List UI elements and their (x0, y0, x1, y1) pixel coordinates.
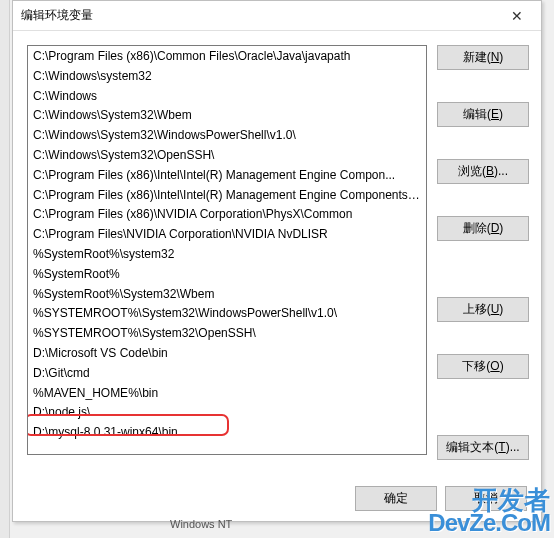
list-item[interactable]: C:\Program Files (x86)\Common Files\Orac… (28, 47, 426, 67)
movedown-button[interactable]: 下移(O) (437, 354, 529, 379)
list-item[interactable]: %SystemRoot%\System32\Wbem (28, 285, 426, 305)
list-item[interactable]: C:\Windows\system32 (28, 67, 426, 87)
browse-button[interactable]: 浏览(B)... (437, 159, 529, 184)
close-icon: ✕ (511, 8, 523, 24)
path-listbox[interactable]: C:\Program Files (x86)\Common Files\Orac… (27, 45, 427, 455)
list-item[interactable]: C:\Program Files (x86)\Intel\Intel(R) Ma… (28, 186, 426, 206)
left-background-strip (0, 0, 10, 538)
list-item[interactable]: C:\Windows\System32\WindowsPowerShell\v1… (28, 126, 426, 146)
cancel-button[interactable]: 取消 (445, 486, 527, 511)
new-button[interactable]: 新建(N) (437, 45, 529, 70)
list-item[interactable]: C:\Windows\System32\Wbem (28, 106, 426, 126)
list-item[interactable]: D:\Microsoft VS Code\bin (28, 344, 426, 364)
list-item[interactable]: %SystemRoot% (28, 265, 426, 285)
list-item[interactable]: D:\mysql-8.0.31-winx64\bin (28, 423, 426, 443)
list-item[interactable]: C:\Windows\System32\OpenSSH\ (28, 146, 426, 166)
ok-button[interactable]: 确定 (355, 486, 437, 511)
list-item[interactable]: D:\node.js\ (28, 403, 426, 423)
delete-button[interactable]: 删除(D) (437, 216, 529, 241)
edit-button[interactable]: 编辑(E) (437, 102, 529, 127)
moveup-button[interactable]: 上移(U) (437, 297, 529, 322)
list-item[interactable]: C:\Program Files (x86)\NVIDIA Corporatio… (28, 205, 426, 225)
button-column: 新建(N) 编辑(E) 浏览(B)... 删除(D) 上移(U) 下移(O) 编… (437, 45, 529, 468)
list-item[interactable]: C:\Program Files (x86)\Intel\Intel(R) Ma… (28, 166, 426, 186)
titlebar: 编辑环境变量 ✕ (13, 1, 541, 31)
edit-env-var-dialog: 编辑环境变量 ✕ C:\Program Files (x86)\Common F… (12, 0, 542, 522)
dialog-action-buttons: 确定 取消 (355, 486, 527, 511)
list-item[interactable]: C:\Program Files\NVIDIA Corporation\NVID… (28, 225, 426, 245)
list-item[interactable]: D:\Git\cmd (28, 364, 426, 384)
edittext-button[interactable]: 编辑文本(T)... (437, 435, 529, 460)
list-item[interactable]: %MAVEN_HOME%\bin (28, 384, 426, 404)
list-item[interactable]: %SYSTEMROOT%\System32\OpenSSH\ (28, 324, 426, 344)
list-item[interactable]: C:\Windows (28, 87, 426, 107)
list-item[interactable]: %SYSTEMROOT%\System32\WindowsPowerShell\… (28, 304, 426, 324)
background-text: Windows NT (170, 518, 232, 530)
dialog-title: 编辑环境变量 (21, 7, 93, 24)
list-item[interactable]: %SystemRoot%\system32 (28, 245, 426, 265)
close-button[interactable]: ✕ (497, 2, 537, 30)
dialog-content: C:\Program Files (x86)\Common Files\Orac… (13, 31, 541, 476)
